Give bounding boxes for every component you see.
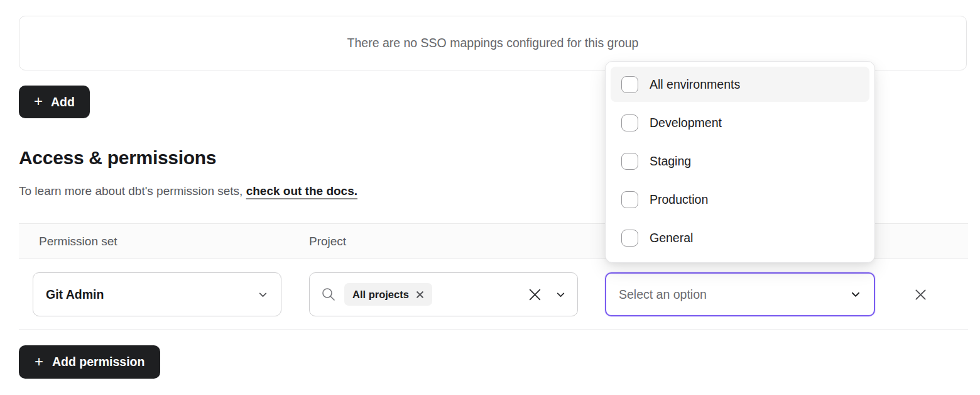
plus-icon: + (35, 354, 43, 369)
subtitle-text: To learn more about dbt's permission set… (19, 184, 246, 198)
project-chip[interactable]: All projects (344, 283, 432, 306)
dropdown-option-general[interactable]: General (611, 220, 869, 255)
checkbox[interactable] (621, 230, 638, 247)
dropdown-option-label: All environments (650, 77, 740, 92)
dropdown-option-production[interactable]: Production (611, 182, 869, 217)
environment-dropdown-menu: All environments Development Staging Pro… (605, 61, 875, 263)
chip-remove-icon[interactable] (416, 291, 424, 299)
permission-set-select[interactable]: Git Admin (33, 272, 281, 316)
project-chip-label: All projects (352, 289, 409, 301)
remove-row-button[interactable] (910, 284, 930, 304)
search-icon (321, 287, 336, 302)
dropdown-option-label: Production (650, 192, 708, 207)
page-title: Access & permissions (19, 147, 216, 169)
section-subtitle: To learn more about dbt's permission set… (19, 184, 357, 198)
chevron-down-icon (850, 289, 861, 300)
permission-set-value: Git Admin (46, 287, 104, 302)
close-icon (913, 287, 928, 302)
environment-select[interactable]: Select an option (605, 272, 875, 316)
dropdown-option-all-environments[interactable]: All environments (611, 67, 869, 102)
clear-selection-icon[interactable] (527, 287, 543, 303)
dropdown-option-label: General (650, 231, 693, 245)
dropdown-option-staging[interactable]: Staging (611, 143, 869, 179)
checkbox[interactable] (621, 191, 638, 208)
add-permission-button[interactable]: + Add permission (19, 345, 160, 379)
add-button-label: Add (51, 95, 75, 109)
sso-empty-message: There are no SSO mappings configured for… (347, 36, 639, 50)
chevron-down-icon (258, 289, 268, 300)
checkbox[interactable] (621, 114, 638, 131)
docs-link[interactable]: check out the docs. (246, 184, 357, 198)
dropdown-option-label: Development (650, 116, 722, 130)
add-sso-mapping-button[interactable]: + Add (19, 86, 90, 118)
chevron-down-icon (555, 289, 566, 300)
checkbox[interactable] (621, 76, 638, 93)
project-select[interactable]: All projects (309, 272, 578, 316)
environment-select-placeholder: Select an option (619, 287, 707, 302)
plus-icon: + (34, 94, 43, 109)
checkbox[interactable] (621, 153, 638, 170)
dropdown-option-label: Staging (650, 154, 691, 169)
add-permission-label: Add permission (52, 355, 144, 369)
column-header-project: Project (309, 235, 346, 248)
column-header-permission-set: Permission set (19, 235, 309, 248)
row-divider (19, 329, 968, 330)
group-settings-page: There are no SSO mappings configured for… (0, 0, 980, 395)
dropdown-option-development[interactable]: Development (611, 105, 869, 140)
